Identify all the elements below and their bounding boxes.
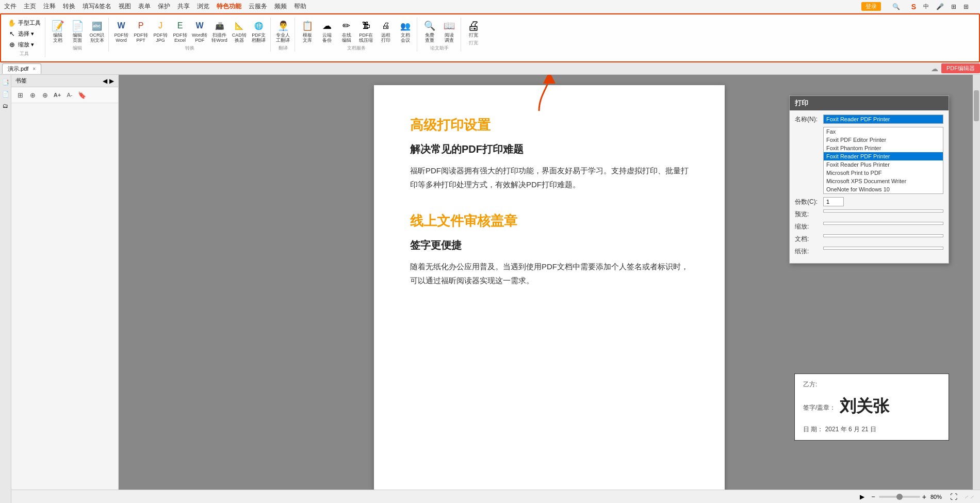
edit-page-button[interactable]: 📄 编辑页面 xyxy=(68,18,87,44)
ocr-button[interactable]: 🔤 OCR识别文本 xyxy=(88,18,106,44)
print-preview-value xyxy=(823,209,943,213)
printer-foxit-reader-plus[interactable]: Foxit Reader Plus Printer xyxy=(824,160,943,169)
ribbon: ✋ 手型工具 ↖ 选择 ▾ ⊕ 缩放 ▾ 工具 📝 编辑文档 xyxy=(0,13,980,62)
word-to-pdf-button[interactable]: W Word转PDF xyxy=(190,18,209,44)
sidebar-tab-page[interactable]: 📄 xyxy=(2,91,9,98)
hand-tool-button[interactable]: ✋ 手型工具 xyxy=(6,18,42,28)
menu-form[interactable]: 表单 xyxy=(138,2,151,11)
pdf-to-word-icon: W xyxy=(114,19,128,33)
pdf-to-jpg-button[interactable]: J PDF转JPG xyxy=(151,18,170,44)
menu-annotation[interactable]: 注释 xyxy=(43,2,56,11)
status-bar: ▶ － + 80% ⛶ ⟋⟋ xyxy=(0,490,980,503)
zoom-tool-button[interactable]: ⊕ 缩放 ▾ xyxy=(6,39,42,50)
sidebar-tab-layer[interactable]: 🗂 xyxy=(3,103,8,109)
select-tool-button[interactable]: ↖ 选择 ▾ xyxy=(6,28,42,39)
sidebar-nav-left[interactable]: ◀ xyxy=(103,77,107,85)
print-doc-label: 文档: xyxy=(795,234,823,244)
sidebar-grid-btn[interactable]: ⊞ xyxy=(14,89,26,101)
tab-file[interactable]: 演示.pdf × xyxy=(2,63,41,74)
menu-protect[interactable]: 保护 xyxy=(158,2,170,11)
pdf-to-ppt-icon: P xyxy=(134,19,148,33)
print-name-value[interactable]: Foxit Reader PDF Printer xyxy=(823,115,943,124)
word-to-pdf-icon: W xyxy=(192,19,207,33)
edit-doc-button[interactable]: 📝 编辑文档 xyxy=(48,18,67,44)
sidebar-font-up-btn[interactable]: A+ xyxy=(52,89,63,101)
pdf-compress-button[interactable]: 🗜 PDF在线压缩 xyxy=(357,18,375,44)
menu-browse[interactable]: 浏览 xyxy=(197,2,209,11)
pdf-to-ppt-button[interactable]: P PDF转PPT xyxy=(132,18,150,44)
printer-ms-pdf[interactable]: Microsoft Print to PDF xyxy=(824,169,943,177)
signature-box: 乙方: 签字/盖章： 刘关张 日 期： 2021 年 6 月 21 日 xyxy=(794,374,949,441)
top-right-zh-icon[interactable]: 中 xyxy=(923,3,929,10)
doc-services-label: 文档服务 xyxy=(347,45,366,52)
printer-evernote[interactable]: Phantom Print to Evernote xyxy=(824,193,943,194)
sidebar-toolbar: ⊞ ⊕ ⊕ A+ A- 🔖 xyxy=(11,87,118,103)
menu-view[interactable]: 视图 xyxy=(119,2,131,11)
sidebar-add2-btn[interactable]: ⊕ xyxy=(39,89,51,101)
compress-icon: 🗜 xyxy=(359,19,373,33)
pdf-to-excel-button[interactable]: E PDF转Excel xyxy=(171,18,189,44)
pro-translate-button[interactable]: 👨‍💼 专业人工翻译 xyxy=(274,18,292,44)
reading-survey-button[interactable]: 📖 阅读调查 xyxy=(440,18,459,44)
section1: 高级打印设置 解决常见的PDF打印难题 福昕PDF阅读器拥有强大的打印功能，界面… xyxy=(410,116,689,191)
menu-share[interactable]: 共享 xyxy=(177,2,190,11)
template-library-button[interactable]: 📋 模板文库 xyxy=(298,18,317,44)
printer-ms-xps[interactable]: Microsoft XPS Document Writer xyxy=(824,177,943,185)
menu-sign[interactable]: 填写&签名 xyxy=(83,2,111,11)
fullscreen-button[interactable]: ⛶ xyxy=(950,493,957,501)
search-icon[interactable]: 🔍 xyxy=(892,3,900,10)
sidebar-tab-bookmark[interactable]: 📑 xyxy=(2,79,9,86)
printer-foxit-phantom[interactable]: Foxit Phantom Printer xyxy=(824,144,943,152)
scan-to-word-button[interactable]: 📠 扫描件转Word xyxy=(210,18,228,44)
printer-onenote[interactable]: OneNote for Windows 10 xyxy=(824,185,943,193)
pdf-translate-icon: 🌐 xyxy=(252,19,266,33)
pdf-to-word-button[interactable]: W PDF转Word xyxy=(112,18,130,44)
zoom-thumb[interactable] xyxy=(896,494,903,500)
zoom-value: 80% xyxy=(930,494,942,500)
menu-special[interactable]: 特色功能 xyxy=(217,2,241,11)
login-button[interactable]: 登录 xyxy=(861,2,881,11)
translate-group-label: 翻译 xyxy=(279,45,288,52)
doc-meeting-button[interactable]: 👥 文档会议 xyxy=(396,18,415,44)
print-button[interactable]: 🖨 打宽 xyxy=(464,18,483,39)
sidebar-add-btn[interactable]: ⊕ xyxy=(27,89,38,101)
menu-cloud[interactable]: 云服务 xyxy=(249,2,267,11)
print-dialog-body: 名称(N): Foxit Reader PDF Printer Fax Foxi… xyxy=(790,110,949,263)
vertical-scrollbar[interactable] xyxy=(973,75,980,503)
sidebar-bookmark-btn[interactable]: 🔖 xyxy=(76,89,88,101)
menu-file[interactable]: 文件 xyxy=(4,2,17,11)
edit-page-icon: 📄 xyxy=(70,19,85,33)
print-paper-label: 纸张: xyxy=(795,247,823,256)
top-right-grid2-icon[interactable]: ⊞ xyxy=(963,3,969,10)
menu-home[interactable]: 主页 xyxy=(24,2,36,11)
scroll-thumb[interactable] xyxy=(974,90,979,121)
cloud-icon: ☁ xyxy=(320,19,334,33)
top-right-mic-icon[interactable]: 🎤 xyxy=(936,3,944,10)
free-check-button[interactable]: 🔍 免费查重 xyxy=(420,18,439,44)
online-edit-button[interactable]: ✏ 在线编辑 xyxy=(337,18,356,44)
zoom-plus-button[interactable]: + xyxy=(922,493,926,501)
pdf-translate-button[interactable]: 🌐 PDF文档翻译 xyxy=(250,18,268,44)
printer-fax[interactable]: Fax xyxy=(824,127,943,136)
top-right-grid-icon[interactable]: ⊞ xyxy=(951,3,956,10)
sidebar-font-down-btn[interactable]: A- xyxy=(64,89,75,101)
zoom-slider[interactable] xyxy=(879,496,920,498)
zoom-control: － + 80% xyxy=(870,492,942,501)
sidebar-nav-right[interactable]: ▶ xyxy=(109,77,114,85)
menu-freq[interactable]: 频频 xyxy=(274,2,287,11)
section2-body: 随着无纸化办公应用普及。当遇到使用PDF文档中需要添加个人签名或者标识时，可以通… xyxy=(410,259,689,287)
print-copies-value[interactable]: 1 xyxy=(823,197,844,206)
tab-close-button[interactable]: × xyxy=(32,66,36,72)
menu-help[interactable]: 帮助 xyxy=(294,2,306,11)
printer-list[interactable]: Fax Foxit PDF Editor Printer Foxit Phant… xyxy=(823,127,943,194)
cloud-backup-button[interactable]: ☁ 云端备份 xyxy=(318,18,336,44)
cad-converter-button[interactable]: 📐 CAD转换器 xyxy=(230,18,249,44)
printer-foxit-editor[interactable]: Foxit PDF Editor Printer xyxy=(824,136,943,144)
print-list-row: Fax Foxit PDF Editor Printer Foxit Phant… xyxy=(795,127,943,194)
zoom-minus-button[interactable]: － xyxy=(870,492,877,501)
print-name-label: 名称(N): xyxy=(795,115,823,124)
printer-foxit-reader[interactable]: Foxit Reader PDF Printer xyxy=(824,152,943,160)
menu-convert[interactable]: 转换 xyxy=(63,2,75,11)
remote-print-button[interactable]: 🖨 远程打印 xyxy=(377,18,395,44)
pdf-editor-button[interactable]: PDF编辑器 xyxy=(941,63,980,73)
